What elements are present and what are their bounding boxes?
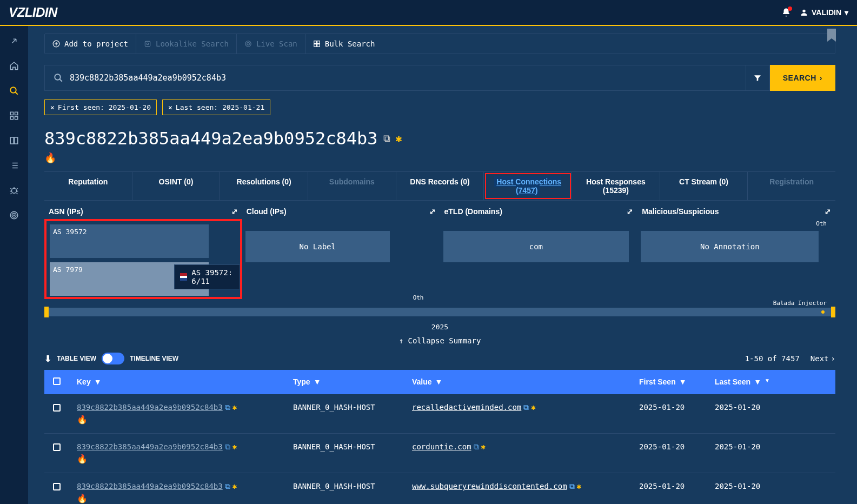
svg-point-11 (14, 215, 15, 216)
fire-icon: 🔥 (44, 152, 835, 164)
row-checkbox[interactable] (53, 404, 61, 412)
bug-icon[interactable] (9, 185, 19, 196)
filter-icon[interactable]: ▼ (94, 377, 102, 387)
etld-bar[interactable]: com (443, 231, 629, 262)
info-icon[interactable]: ✱ (481, 442, 486, 451)
expand-panel-icon[interactable]: ⤢ (825, 207, 831, 216)
live-scan-button[interactable]: Live Scan (237, 34, 305, 54)
column-last-seen[interactable]: Last Seen▼▼ (715, 377, 827, 387)
filter-icon[interactable]: ▼ (314, 377, 321, 387)
value-link[interactable]: corduntie.com (412, 442, 471, 451)
list-icon[interactable] (9, 160, 19, 171)
collapse-summary-button[interactable]: ↑ Collapse Summary (44, 336, 835, 345)
svg-rect-13 (145, 41, 150, 46)
info-icon[interactable]: ✱ (232, 442, 237, 451)
filter-icon[interactable]: ▼ (679, 377, 687, 387)
svg-rect-3 (15, 112, 18, 115)
info-icon[interactable]: ✱ (577, 482, 581, 490)
view-toggle[interactable] (102, 353, 124, 364)
panel-icon[interactable] (9, 135, 19, 146)
tab-registration[interactable]: Registration (748, 172, 835, 200)
home-icon[interactable] (9, 61, 19, 71)
timeline-marker (821, 310, 825, 314)
copy-icon[interactable]: ⧉ (474, 442, 479, 451)
bookmark-icon[interactable] (825, 29, 838, 44)
copy-icon[interactable]: ⧉ (383, 132, 390, 144)
timeline[interactable] (44, 308, 835, 316)
tab-ct-stream[interactable]: CT Stream (0) (660, 172, 748, 200)
info-icon[interactable]: ✱ (531, 403, 535, 412)
page-title: 839c8822b385aa449a2ea9b0952c84b3 (44, 128, 378, 149)
filter-icon[interactable]: ▼ (754, 377, 761, 387)
info-icon[interactable]: ✱ (232, 482, 237, 490)
expand-panel-icon[interactable]: ⤢ (627, 207, 633, 216)
user-menu[interactable]: VALIDIN ▾ (800, 8, 848, 17)
expand-icon[interactable] (9, 36, 19, 47)
copy-icon[interactable]: ⧉ (523, 403, 529, 412)
copy-icon[interactable]: ⧉ (225, 403, 230, 412)
tab-subdomains[interactable]: Subdomains (308, 172, 396, 200)
cloud-bar[interactable]: No Label (245, 231, 390, 262)
column-key[interactable]: Key▼ (77, 377, 293, 387)
chevron-right-icon: › (820, 74, 822, 82)
select-all-checkbox[interactable] (53, 377, 61, 385)
svg-point-15 (245, 41, 251, 47)
filter-button[interactable] (746, 65, 770, 91)
value-link[interactable]: recalledactiveminded.com (412, 403, 521, 412)
tab-reputation[interactable]: Reputation (44, 172, 132, 200)
next-button[interactable]: Next › (811, 354, 835, 363)
download-icon[interactable]: ⬇ (44, 354, 51, 364)
last-seen-chip[interactable]: ✕Last seen: 2025-01-21 (162, 100, 270, 115)
grid-icon[interactable] (9, 110, 19, 121)
key-link[interactable]: 839c8822b385aa449a2ea9b0952c84b3 (77, 482, 223, 490)
copy-icon[interactable]: ⧉ (569, 482, 575, 490)
first-seen-cell: 2025-01-20 (639, 442, 715, 451)
tab-host-responses[interactable]: Host Responses (15239) (572, 172, 660, 200)
timeline-handle-left[interactable] (44, 307, 49, 317)
lookalike-search-button[interactable]: Lookalike Search (136, 34, 237, 54)
action-label: Live Scan (256, 39, 297, 48)
copy-icon[interactable]: ⧉ (225, 442, 230, 451)
sort-icon[interactable]: ▼ (765, 377, 770, 387)
logo: VZLIDIN (9, 5, 57, 20)
target-icon[interactable] (9, 210, 19, 221)
row-checkbox[interactable] (53, 443, 61, 451)
tab-dns[interactable]: DNS Records (0) (396, 172, 484, 200)
summary-mal-header: Malicious/Suspicious (642, 207, 719, 216)
info-icon[interactable]: ✱ (232, 403, 237, 412)
first-seen-cell: 2025-01-20 (639, 403, 715, 412)
column-value[interactable]: Value▼ (412, 377, 639, 387)
column-type[interactable]: Type▼ (293, 377, 412, 387)
type-cell: BANNER_0_HASH-HOST (293, 482, 412, 490)
expand-panel-icon[interactable]: ⤢ (231, 207, 238, 216)
key-link[interactable]: 839c8822b385aa449a2ea9b0952c84b3 (77, 403, 223, 412)
expand-panel-icon[interactable]: ⤢ (429, 207, 436, 216)
search-input[interactable] (70, 73, 737, 83)
row-checkbox[interactable] (53, 483, 61, 490)
info-icon[interactable]: ✱ (396, 132, 402, 145)
key-link[interactable]: 839c8822b385aa449a2ea9b0952c84b3 (77, 442, 223, 451)
summary-asn-header: ASN (IPs) (49, 207, 83, 216)
first-seen-cell: 2025-01-20 (639, 482, 715, 490)
table-row: 839c8822b385aa449a2ea9b0952c84b3⧉✱🔥 BANN… (44, 434, 835, 473)
first-seen-chip[interactable]: ✕First seen: 2025-01-20 (44, 100, 157, 115)
copy-icon[interactable]: ⧉ (225, 482, 230, 490)
tab-host-connections[interactable]: Host Connections (7457) (484, 172, 572, 200)
asn-bar[interactable]: AS 39572 (50, 224, 209, 258)
search-button[interactable]: SEARCH › (770, 65, 835, 91)
timeline-handle-right[interactable] (831, 307, 835, 317)
search-input-container (44, 65, 746, 91)
notifications-icon[interactable] (781, 8, 791, 17)
filter-icon[interactable]: ▼ (435, 377, 443, 387)
bulk-search-button[interactable]: Bulk Search (305, 34, 383, 54)
tab-osint[interactable]: OSINT (0) (132, 172, 221, 200)
column-first-seen[interactable]: First Seen▼ (639, 377, 715, 387)
close-icon[interactable]: ✕ (168, 103, 172, 111)
search-nav-icon[interactable] (9, 85, 19, 96)
close-icon[interactable]: ✕ (50, 103, 55, 111)
add-to-project-button[interactable]: Add to project (45, 34, 136, 54)
mal-bar[interactable]: No Annotation (641, 231, 819, 262)
value-link[interactable]: www.subqueryrewinddiscontented.com (412, 482, 567, 490)
tab-resolutions[interactable]: Resolutions (0) (220, 172, 308, 200)
fire-icon: 🔥 (77, 454, 293, 464)
